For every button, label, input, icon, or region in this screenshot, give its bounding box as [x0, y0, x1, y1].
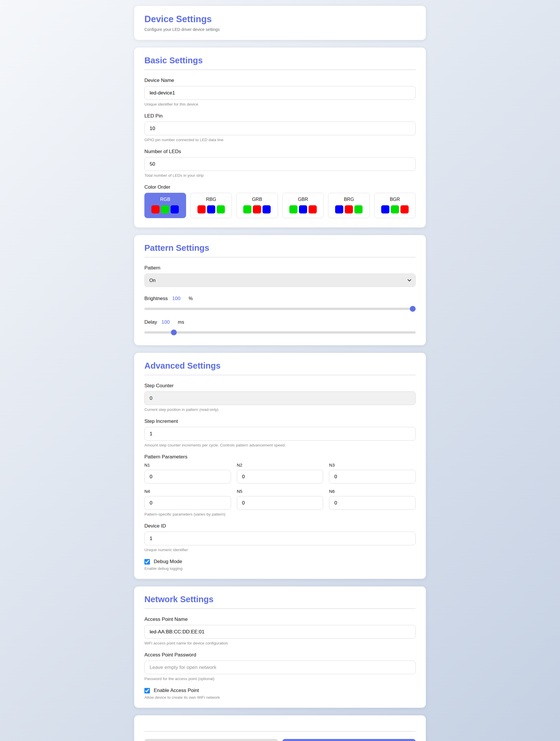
color-swatches	[283, 205, 324, 213]
led-pin-field-group: LED Pin GPIO pin number connected to LED…	[144, 113, 416, 142]
enable-ap-help: Allow device to create its own WiFi netw…	[144, 695, 416, 699]
device-name-help: Unique identifier for this device	[144, 102, 416, 107]
led-pin-input[interactable]	[144, 122, 416, 135]
color-swatches	[328, 205, 370, 213]
device-name-label: Device Name	[144, 78, 416, 83]
pattern-select[interactable]: On	[144, 274, 416, 287]
ap-password-help: Password for the access point (optional)	[144, 677, 416, 681]
color-order-option-label: RGB	[145, 197, 186, 202]
settings-page: Device Settings Configure your LED drive…	[134, 6, 426, 741]
color-order-option-gbr[interactable]: GBR	[282, 193, 324, 218]
brightness-slider-group: Brightness 100 %	[144, 296, 416, 312]
ap-name-help: WiFi access point name for device config…	[144, 641, 416, 645]
section-divider	[144, 257, 416, 258]
num-leds-field-group: Number of LEDs Total number of LEDs in y…	[144, 149, 416, 178]
enable-ap-label: Enable Access Point	[154, 688, 199, 693]
delay-slider[interactable]	[144, 330, 416, 335]
color-order-field-group: Color Order RGBRBGGRBGBRBRGBGR	[144, 184, 416, 218]
device-id-label: Device ID	[144, 523, 416, 529]
color-order-option-label: GBR	[283, 197, 324, 202]
color-swatch	[289, 205, 298, 213]
brightness-value: 100	[172, 296, 180, 301]
color-order-option-rbg[interactable]: RBG	[190, 193, 232, 218]
color-order-label: Color Order	[144, 184, 416, 190]
param-n4-input[interactable]	[144, 496, 231, 510]
step-increment-field-group: Step Increment Amount step counter incre…	[144, 418, 416, 447]
param-n2-input[interactable]	[237, 470, 323, 483]
device-name-field-group: Device Name Unique identifier for this d…	[144, 78, 416, 107]
step-counter-field-group: Step Counter Current step position in pa…	[144, 383, 416, 412]
pattern-parameters-grid: N1 N2 N3 N4 N5	[144, 463, 416, 510]
color-swatch	[299, 205, 307, 213]
color-order-options: RGBRBGGRBGBRBRGBGR	[144, 193, 416, 218]
footer-actions-card: Reset to Defaults Save Settings	[134, 715, 426, 741]
pattern-parameters-label: Pattern Parameters	[144, 454, 416, 460]
advanced-settings-title: Advanced Settings	[144, 361, 416, 370]
color-order-option-grb[interactable]: GRB	[236, 193, 278, 218]
debug-mode-help: Enable debug logging	[144, 566, 416, 571]
device-name-input[interactable]	[144, 86, 416, 100]
delay-slider-group: Delay 100 ms	[144, 319, 416, 335]
param-n6-label: N6	[329, 489, 416, 494]
param-n1-input[interactable]	[144, 470, 231, 483]
color-swatch	[400, 205, 409, 213]
color-swatch	[161, 205, 169, 213]
ap-password-field-group: Access Point Password Password for the a…	[144, 652, 416, 681]
param-n2-label: N2	[237, 463, 323, 467]
color-swatch	[345, 205, 353, 213]
color-swatch	[243, 205, 251, 213]
section-divider	[144, 69, 416, 70]
save-settings-button[interactable]: Save Settings	[282, 739, 416, 741]
device-id-input[interactable]	[144, 532, 416, 545]
color-swatch	[197, 205, 206, 213]
ap-name-input[interactable]	[144, 625, 416, 638]
num-leds-help: Total number of LEDs in your strip	[144, 173, 416, 178]
network-settings-title: Network Settings	[144, 595, 416, 604]
section-divider	[144, 608, 416, 609]
led-pin-label: LED Pin	[144, 113, 416, 119]
delay-label: Delay	[144, 319, 157, 325]
color-order-option-label: GRB	[237, 197, 278, 202]
color-swatch	[217, 205, 225, 213]
page-title: Device Settings	[144, 14, 416, 24]
step-increment-input[interactable]	[144, 427, 416, 441]
color-order-option-label: BRG	[328, 197, 370, 202]
debug-mode-group: Debug Mode Enable debug logging	[144, 559, 416, 571]
param-n6-group: N6	[329, 489, 416, 510]
ap-name-field-group: Access Point Name WiFi access point name…	[144, 616, 416, 645]
brightness-slider[interactable]	[144, 306, 416, 312]
color-order-option-label: BGR	[374, 197, 416, 202]
enable-ap-checkbox[interactable]	[144, 688, 150, 693]
param-n2-group: N2	[237, 463, 323, 483]
color-order-option-bgr[interactable]: BGR	[374, 193, 416, 218]
delay-value: 100	[161, 319, 170, 325]
ap-password-label: Access Point Password	[144, 652, 416, 658]
debug-mode-checkbox[interactable]	[144, 559, 150, 564]
network-settings-card: Network Settings Access Point Name WiFi …	[134, 587, 426, 708]
param-n6-input[interactable]	[329, 496, 416, 510]
page-subtitle: Configure your LED driver device setting…	[144, 27, 416, 32]
color-order-option-rgb[interactable]: RGB	[144, 193, 186, 218]
num-leds-input[interactable]	[144, 157, 416, 171]
param-n4-group: N4	[144, 489, 231, 510]
pattern-settings-card: Pattern Settings Pattern On Brightness 1…	[134, 235, 426, 345]
param-n3-input[interactable]	[329, 470, 416, 483]
pattern-label: Pattern	[144, 265, 416, 271]
color-swatch	[207, 205, 215, 213]
color-swatch	[151, 205, 160, 213]
color-swatches	[374, 205, 416, 213]
color-order-option-brg[interactable]: BRG	[328, 193, 370, 218]
delay-unit: ms	[178, 320, 184, 325]
pattern-parameters-help: Pattern-specific parameters (varies by p…	[144, 512, 416, 517]
param-n1-group: N1	[144, 463, 231, 483]
section-divider	[144, 731, 416, 732]
section-divider	[144, 375, 416, 375]
param-n5-input[interactable]	[237, 496, 323, 510]
step-increment-label: Step Increment	[144, 418, 416, 424]
ap-password-input[interactable]	[144, 661, 416, 674]
pattern-settings-title: Pattern Settings	[144, 243, 416, 253]
reset-to-defaults-button[interactable]: Reset to Defaults	[144, 739, 278, 741]
color-swatch	[253, 205, 261, 213]
step-counter-label: Step Counter	[144, 383, 416, 389]
color-swatches	[237, 205, 278, 213]
